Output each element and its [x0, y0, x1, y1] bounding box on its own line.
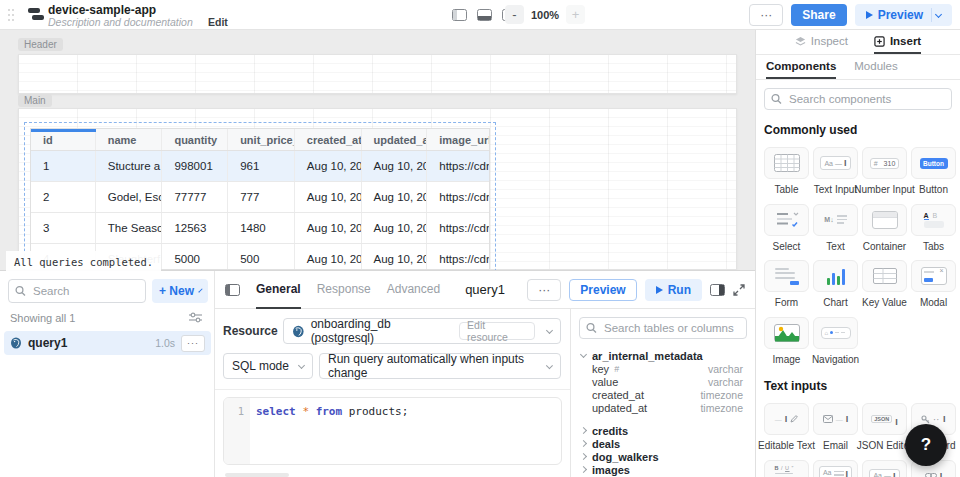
- topbar-actions: ··· Share Preview: [749, 4, 952, 26]
- query-count-label: Showing all 1: [10, 312, 75, 324]
- component-tile-email[interactable]: —I Email: [813, 403, 858, 452]
- edit-resource-button[interactable]: Edit resource: [459, 322, 535, 340]
- run-behavior-select[interactable]: Run query automatically when inputs chan…: [319, 353, 561, 379]
- component-tile-modal[interactable]: × Modal: [911, 260, 956, 309]
- schema-table-collapsed[interactable]: dog_walkers: [571, 450, 755, 463]
- component-tile-form[interactable]: Form: [764, 260, 809, 309]
- component-tile-container[interactable]: Container: [862, 204, 907, 253]
- query-list-item[interactable]: query1 1.0s ···: [4, 331, 211, 355]
- main-frame-tag[interactable]: Main: [18, 94, 52, 107]
- tab-insert[interactable]: Insert: [874, 30, 921, 54]
- component-tile-chart[interactable]: Chart: [813, 260, 858, 309]
- query-more-options-button[interactable]: ···: [527, 279, 561, 301]
- column-header[interactable]: unit_price_ce…: [228, 129, 295, 150]
- column-header[interactable]: updated_at: [362, 129, 428, 150]
- key-value-icon: [873, 268, 897, 284]
- schema-search-input[interactable]: [579, 317, 747, 339]
- play-icon: [656, 286, 663, 294]
- component-tile-navigation[interactable]: ⌂ Navigation: [813, 317, 858, 366]
- query-search-input[interactable]: [8, 279, 146, 303]
- query-more-button[interactable]: ···: [181, 335, 205, 352]
- zoom-out-button[interactable]: -: [505, 5, 524, 24]
- component-tile-text-input[interactable]: Aa—I Text Input: [813, 147, 858, 196]
- schema-column[interactable]: updated_at timezone: [571, 401, 755, 414]
- sql-mode-select[interactable]: SQL mode: [223, 353, 313, 379]
- component-search: [764, 88, 952, 110]
- app-canvas[interactable]: Header Main id name quantity unit_price_…: [0, 30, 755, 270]
- tab-components[interactable]: Components: [766, 55, 836, 79]
- filter-icon[interactable]: [189, 312, 202, 323]
- edit-description-link[interactable]: Edit: [208, 16, 228, 28]
- query-list-panel: + New Showing all 1 query1 1.0s ···: [0, 271, 215, 477]
- component-tile-tabs[interactable]: AB Tabs: [911, 204, 956, 253]
- component-tile-button[interactable]: Button Button: [911, 147, 956, 196]
- component-tile-json-editor[interactable]: JSONI JSON Editor: [862, 403, 907, 452]
- toggle-bottom-panel-icon[interactable]: [477, 9, 492, 21]
- column-header[interactable]: name: [96, 129, 163, 150]
- component-tile-number-input[interactable]: #310 Number Input: [862, 147, 907, 196]
- schema-table-expanded[interactable]: ar_internal_metadata: [571, 349, 755, 362]
- app-logo-icon: [26, 7, 44, 23]
- schema-column[interactable]: key # varchar: [571, 362, 755, 375]
- column-header[interactable]: created_at: [295, 129, 362, 150]
- component-tile-text[interactable]: M↓ Text: [813, 204, 858, 253]
- zoom-in-button[interactable]: +: [566, 5, 585, 24]
- chevron-down-icon: [580, 351, 587, 358]
- schema-table-collapsed[interactable]: images: [571, 463, 755, 476]
- rich-text-icon: B / U ”I: [775, 465, 799, 477]
- table-row[interactable]: 3 The Seasc··· 12563 1480 Aug 10, 20··· …: [31, 213, 489, 244]
- bottom-panel: + New Showing all 1 query1 1.0s ··· Gene…: [0, 270, 755, 477]
- column-header[interactable]: quantity: [162, 129, 228, 150]
- play-icon: [866, 11, 873, 19]
- toggle-query-list-icon[interactable]: [225, 284, 240, 296]
- component-tile-editable-text[interactable]: —I Editable Text: [764, 403, 809, 452]
- table-row[interactable]: 2 Godel, Esc··· 77777 777 Aug 10, 20··· …: [31, 182, 489, 213]
- json-editor-icon: JSONI: [871, 412, 898, 427]
- tab-inspect[interactable]: Inspect: [795, 30, 848, 54]
- section-heading: Commonly used: [764, 123, 952, 137]
- component-tile-key-value[interactable]: Key Value: [862, 260, 907, 309]
- header-frame[interactable]: [18, 54, 737, 94]
- query-status-toast: All queries completed.: [6, 251, 161, 273]
- toggle-left-panel-icon[interactable]: [452, 9, 467, 21]
- column-header[interactable]: id: [31, 129, 96, 150]
- tab-modules[interactable]: Modules: [854, 55, 897, 79]
- tab-general[interactable]: General: [256, 271, 301, 309]
- query-preview-button[interactable]: Preview: [569, 279, 636, 301]
- preview-button[interactable]: Preview: [855, 4, 952, 26]
- component-tile-text-input-2[interactable]: Aa—I Text Input: [862, 460, 907, 477]
- component-tile-image[interactable]: Image: [764, 317, 809, 366]
- schema-table-collapsed[interactable]: deals: [571, 437, 755, 450]
- help-button[interactable]: ?: [905, 424, 947, 466]
- tab-advanced[interactable]: Advanced: [387, 271, 440, 309]
- new-query-button[interactable]: + New: [152, 279, 208, 303]
- zoom-level: 100%: [531, 9, 559, 21]
- component-tile-select[interactable]: Select: [764, 204, 809, 253]
- sql-code[interactable]: select * from products;: [250, 398, 408, 464]
- tab-response[interactable]: Response: [317, 271, 371, 309]
- sql-editor[interactable]: 1 select * from products;: [223, 397, 562, 465]
- component-tile-text-area[interactable]: AaI Text Area: [813, 460, 858, 477]
- component-search-input[interactable]: [764, 88, 952, 110]
- table-row[interactable]: 1 Stucture a··· 998001 961 Aug 10, 20···…: [31, 151, 489, 182]
- schema-table-collapsed[interactable]: credits: [571, 424, 755, 437]
- resource-select[interactable]: onboarding_db (postgresql) Edit resource: [283, 318, 561, 344]
- table-component[interactable]: id name quantity unit_price_ce… created_…: [30, 128, 490, 270]
- schema-column[interactable]: value varchar: [571, 375, 755, 388]
- right-panel: Inspect Insert Components Modules Common…: [755, 30, 960, 477]
- schema-column[interactable]: created_at timezone: [571, 388, 755, 401]
- image-icon: [774, 324, 800, 342]
- column-header[interactable]: image_url: [427, 129, 489, 150]
- expand-panel-icon[interactable]: [733, 284, 745, 296]
- drag-handle-icon: [8, 9, 10, 11]
- component-tile-rich-text-editor[interactable]: B / U ”I Rich Text Editor: [764, 460, 809, 477]
- resource-label: Resource: [223, 324, 278, 338]
- horizontal-scrollbar[interactable]: [225, 473, 289, 477]
- chevron-down-icon: [198, 288, 202, 292]
- component-tile-table[interactable]: Table: [764, 147, 809, 196]
- run-query-button[interactable]: Run: [645, 279, 702, 301]
- toggle-schema-panel-icon[interactable]: [710, 284, 725, 296]
- share-button[interactable]: Share: [791, 4, 846, 26]
- more-options-button[interactable]: ···: [749, 4, 783, 26]
- header-frame-tag[interactable]: Header: [18, 38, 63, 51]
